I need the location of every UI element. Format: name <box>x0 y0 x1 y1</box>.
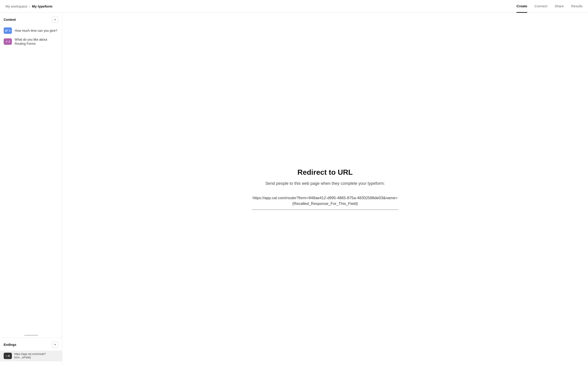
tab-connect[interactable]: Connect <box>535 0 547 13</box>
redirect-card: Redirect to URL Send people to this web … <box>243 159 407 219</box>
item-num-2: 2 <box>9 40 10 43</box>
content-section-header: Content + <box>0 16 62 26</box>
tab-share[interactable]: Share <box>555 0 564 13</box>
endings-section-title: Endings <box>4 343 16 346</box>
breadcrumb: My workspace / My typeform <box>6 4 52 8</box>
tab-create[interactable]: Create <box>516 0 527 13</box>
redirect-url-wrapper[interactable]: https://app.cal.com/router?form=948ae412… <box>252 195 398 210</box>
content-section-title: Content <box>4 18 16 21</box>
item-badge-1: 1 <box>4 28 12 34</box>
item-badge-2: ✓ 2 <box>4 38 12 45</box>
check-icon: ✓ <box>6 40 8 43</box>
redirect-subtitle: Send people to this web page when they c… <box>252 181 398 186</box>
redirect-title: Redirect to URL <box>252 168 398 176</box>
content-section: Content + 1 How much time can you give? … <box>0 13 62 333</box>
main-content: Redirect to URL Send people to this web … <box>62 13 588 365</box>
content-item-2[interactable]: ✓ 2 What do you like about Routing Forms <box>0 36 62 48</box>
breadcrumb-current: My typeform <box>32 4 52 8</box>
item-label-1: How much time can you give? <box>15 28 57 33</box>
ending-item-label: https://app.cal.com/route?form...isField… <box>14 352 58 359</box>
main-layout: Content + 1 How much time can you give? … <box>0 13 588 365</box>
sidebar: Content + 1 How much time can you give? … <box>0 13 62 365</box>
sidebar-divider-wrapper <box>0 333 62 337</box>
nav-tabs: Create Connect Share Results <box>516 0 582 13</box>
ending-icon-arrow: ↩ <box>6 355 7 357</box>
sidebar-divider <box>24 335 38 336</box>
redirect-url: https://app.cal.com/router?form=948ae412… <box>253 196 398 206</box>
line-1 <box>5 30 8 30</box>
line-2 <box>5 31 7 32</box>
ending-item-1[interactable]: ↩ A https://app.cal.com/route?form...isF… <box>0 351 62 361</box>
tab-results[interactable]: Results <box>571 0 582 13</box>
breadcrumb-workspace: My workspace <box>6 4 28 8</box>
content-item-1[interactable]: 1 How much time can you give? <box>0 26 62 36</box>
add-ending-button[interactable]: + <box>52 342 58 348</box>
endings-section-header: Endings + <box>0 342 62 351</box>
item-label-2: What do you like about Routing Forms <box>15 37 58 46</box>
ending-icon-a: A <box>8 354 10 357</box>
lines-icon <box>5 30 8 32</box>
ending-badge: ↩ A <box>4 353 12 359</box>
item-num-1: 1 <box>9 29 10 32</box>
add-content-button[interactable]: + <box>52 16 58 23</box>
breadcrumb-separator: / <box>29 4 30 8</box>
endings-section: Endings + ↩ A https://app.cal.com/route?… <box>0 337 62 365</box>
top-nav: My workspace / My typeform Create Connec… <box>0 0 588 13</box>
